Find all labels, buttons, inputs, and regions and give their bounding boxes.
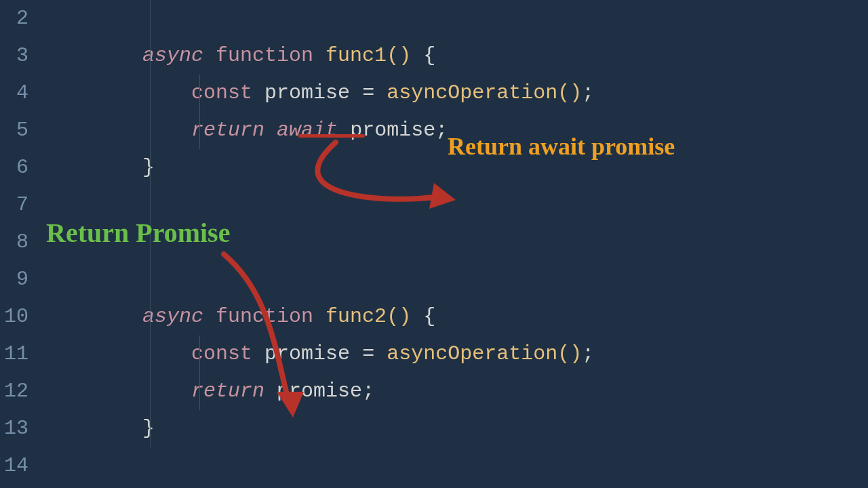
call-args: () (557, 342, 582, 365)
line-number: 11 (0, 336, 28, 373)
keyword-async: async (142, 305, 203, 328)
operator-equals: = (362, 342, 374, 365)
line-number: 14 (0, 447, 28, 485)
code-line: } (45, 149, 868, 186)
code-line (45, 447, 868, 485)
code-line (45, 0, 868, 37)
variable-promise: promise (264, 81, 350, 104)
paren-open: ( (387, 305, 399, 328)
brace-open: { (423, 305, 435, 328)
line-number: 3 (0, 37, 28, 75)
code-line: async function func2() { (45, 298, 868, 336)
keyword-function: function (216, 44, 313, 67)
code-line (45, 224, 868, 261)
keyword-return: return (191, 119, 264, 142)
keyword-const: const (191, 81, 252, 104)
code-line (45, 261, 868, 298)
keyword-await: await (277, 119, 338, 142)
line-number: 5 (0, 112, 28, 149)
code-line: } (45, 410, 868, 447)
line-number-gutter: 2 3 4 5 6 7 8 9 10 11 12 13 14 (0, 0, 41, 488)
call-args: () (557, 81, 582, 104)
variable-promise: promise (264, 342, 350, 365)
line-number: 2 (0, 0, 28, 37)
function-name-func1: func1 (326, 44, 387, 67)
line-number: 7 (0, 186, 28, 224)
line-number: 9 (0, 261, 28, 298)
keyword-return: return (191, 380, 264, 403)
paren-close: ) (399, 305, 411, 328)
call-asyncOperation: asyncOperation (387, 342, 557, 365)
code-line (45, 186, 868, 224)
paren-close: ) (399, 44, 411, 67)
line-number: 12 (0, 373, 28, 410)
line-number: 4 (0, 75, 28, 112)
code-line: async function func1() { (45, 37, 868, 75)
keyword-const: const (191, 342, 252, 365)
operator-equals: = (362, 81, 374, 104)
keyword-function: function (216, 305, 313, 328)
code-line: const promise = asyncOperation(); (45, 336, 868, 373)
line-number: 6 (0, 149, 28, 186)
brace-close: } (142, 417, 155, 440)
brace-open: { (423, 44, 435, 67)
code-area[interactable]: async function func1() { const promise =… (41, 0, 868, 488)
code-line: return await promise; (45, 112, 868, 149)
function-name-func2: func2 (326, 305, 387, 328)
keyword-async: async (142, 44, 203, 67)
variable-promise: promise (350, 119, 435, 142)
line-number: 10 (0, 298, 28, 336)
line-number: 13 (0, 410, 28, 447)
call-asyncOperation: asyncOperation (387, 81, 557, 104)
code-line: const promise = asyncOperation(); (45, 75, 868, 112)
paren-open: ( (387, 44, 399, 67)
line-number: 8 (0, 224, 28, 261)
semicolon: ; (362, 380, 374, 403)
semicolon: ; (582, 342, 594, 365)
code-editor[interactable]: 2 3 4 5 6 7 8 9 10 11 12 13 14 async fun… (0, 0, 868, 488)
brace-close: } (142, 156, 155, 179)
semicolon: ; (435, 119, 448, 142)
semicolon: ; (582, 81, 594, 104)
code-line: return promise; (45, 373, 868, 410)
variable-promise: promise (277, 380, 362, 403)
